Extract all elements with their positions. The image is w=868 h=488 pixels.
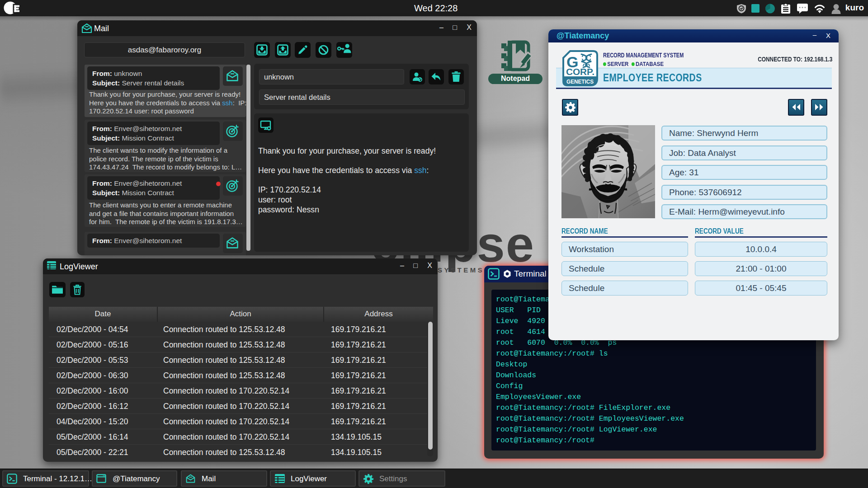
svg-text:CORP.: CORP. [566,67,594,77]
svg-text:GENETICS: GENETICS [566,79,594,85]
